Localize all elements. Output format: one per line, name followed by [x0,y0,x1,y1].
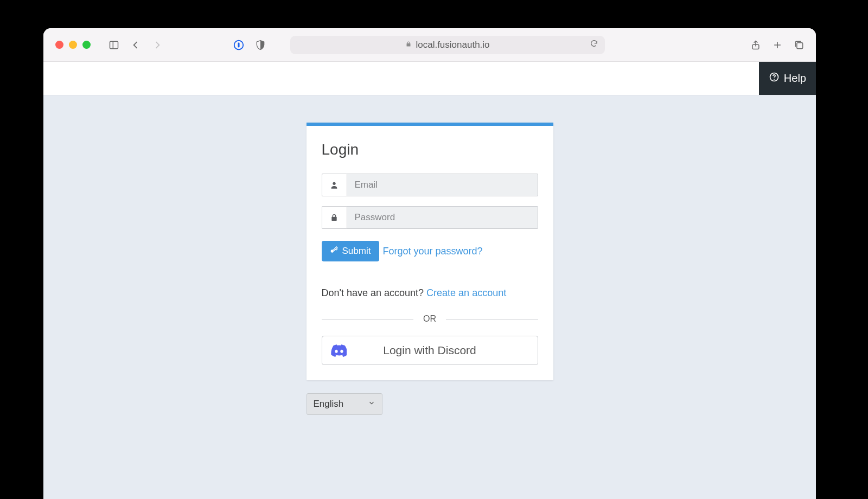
password-row [322,206,538,229]
page-content: Help Login [43,62,816,499]
key-icon [329,246,338,257]
app-body: Login [43,95,816,499]
password-input[interactable] [347,206,538,229]
nav-forward-button[interactable] [149,37,165,53]
new-tab-button[interactable] [769,37,786,53]
language-select[interactable]: English [307,393,382,415]
nav-back-button[interactable] [127,37,144,53]
reload-button[interactable] [590,39,598,50]
lock-icon [322,206,347,229]
tabs-overview-button[interactable] [791,37,807,53]
svg-rect-0 [110,41,118,48]
lock-icon [405,40,412,50]
browser-window: local.fusionauth.io Help [43,28,816,499]
submit-label: Submit [342,246,371,257]
or-divider: OR [322,314,538,324]
svg-point-9 [774,79,775,80]
login-card: Login [307,123,553,380]
login-with-discord-button[interactable]: Login with Discord [322,336,538,365]
address-bar-text: local.fusionauth.io [416,40,489,50]
share-button[interactable] [748,37,764,53]
help-icon [769,72,780,85]
onepassword-extension-icon[interactable] [231,37,247,53]
forgot-password-link[interactable]: Forgot your password? [382,246,482,257]
svg-rect-7 [797,42,803,48]
app-header: Help [43,62,816,95]
submit-button[interactable]: Submit [322,241,380,261]
no-account-row: Don't have an account? Create an account [322,287,538,299]
window-zoom-button[interactable] [82,41,91,49]
divider-line [322,319,414,319]
svg-rect-3 [238,42,239,47]
window-close-button[interactable] [55,41,63,49]
window-controls [55,41,91,49]
chevron-down-icon [368,399,375,410]
login-title: Login [322,141,538,158]
browser-toolbar: local.fusionauth.io [43,28,816,62]
help-label: Help [784,72,806,85]
language-row: English [307,393,553,415]
language-selected-label: English [314,399,344,410]
email-input[interactable] [347,174,538,196]
help-button[interactable]: Help [759,62,816,95]
privacy-shield-icon[interactable] [252,37,269,53]
svg-point-10 [333,182,335,185]
discord-button-label: Login with Discord [383,344,476,357]
or-label: OR [413,314,446,324]
sidebar-toggle-button[interactable] [106,37,122,53]
create-account-link[interactable]: Create an account [426,287,506,298]
window-minimize-button[interactable] [69,41,77,49]
action-row: Submit Forgot your password? [322,241,538,261]
address-bar[interactable]: local.fusionauth.io [290,36,605,54]
user-icon [322,174,347,196]
no-account-text: Don't have an account? [322,287,427,298]
divider-line [446,319,538,319]
discord-icon [331,344,347,356]
email-row [322,174,538,196]
